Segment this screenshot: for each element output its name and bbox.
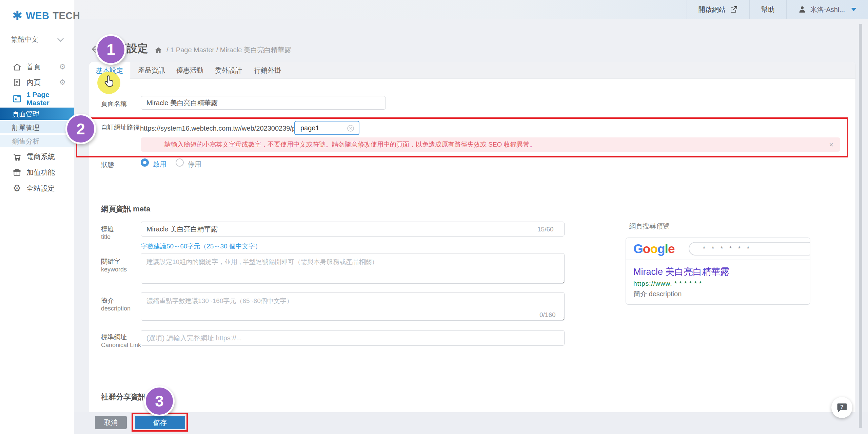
help-link[interactable]: 幫助 <box>749 0 786 19</box>
description-counter: 0/160 <box>539 311 556 319</box>
sidebar-item-addons[interactable]: 加值功能 <box>0 166 74 179</box>
help-fab-button[interactable]: ? <box>831 397 852 418</box>
radio-disabled-label[interactable]: 停用 <box>188 160 201 169</box>
meta-title-input[interactable] <box>141 222 565 237</box>
keywords-label: 關鍵字 <box>101 257 120 266</box>
breadcrumb-path: / 1 Page Master / Miracle 美白亮白精華露 <box>166 45 291 55</box>
tab-outsourced-design[interactable]: 委外設計 <box>210 62 247 79</box>
description-label: 簡介 <box>101 296 114 305</box>
sidebar-item-ecommerce[interactable]: 電商系統 <box>0 150 74 164</box>
sidebar-item-label: 首頁 <box>26 62 41 72</box>
sidebar-subitem-order-management[interactable]: 訂單管理 <box>0 120 74 133</box>
radio-enabled[interactable] <box>141 158 149 167</box>
sidebar-item-label: 全站設定 <box>26 184 55 193</box>
annotation-badge-2: 2 <box>65 114 96 144</box>
sidebar-subitem-page-management[interactable]: 頁面管理 <box>0 107 74 120</box>
sidebar-item-label: 加值功能 <box>26 168 55 177</box>
cancel-button[interactable]: 取消 <box>95 416 127 429</box>
page-name-label: 頁面名稱 <box>101 99 127 108</box>
user-menu[interactable]: 米洛-Ashl... <box>786 0 868 19</box>
home-icon <box>12 62 22 72</box>
sidebar-item-site-settings[interactable]: ⚙ 全站設定 <box>0 182 74 195</box>
gear-icon[interactable]: ⚙ <box>59 63 66 71</box>
cart-icon <box>12 152 22 162</box>
custom-path-label: 自訂網址路徑 <box>101 123 140 132</box>
language-label: 繁體中文 <box>11 35 38 44</box>
gift-icon <box>12 168 22 177</box>
language-selector[interactable]: 繁體中文 <box>11 35 63 49</box>
brand-tech: TECH <box>53 10 80 21</box>
tab-strip: 基本設定 產品資訊 優惠活動 委外設計 行銷外掛 <box>89 62 855 79</box>
open-site-label: 開啟網站 <box>698 5 726 14</box>
help-label: 幫助 <box>761 5 775 14</box>
badge-number: 1 <box>106 40 115 59</box>
tab-marketing-plugins[interactable]: 行銷外掛 <box>249 62 286 79</box>
user-name: 米洛-Ashl... <box>810 5 845 14</box>
chevron-down-icon <box>57 35 63 41</box>
page-name-input[interactable] <box>141 96 386 110</box>
sidebar-subitem-sales-analytics[interactable]: 銷售分析 <box>0 134 74 147</box>
search-result-title: Miracle 美白亮白精華露 <box>633 266 730 278</box>
annotation-badge-3: 3 <box>144 386 175 416</box>
keywords-textarea[interactable] <box>141 253 565 284</box>
seo-preview-card: Google * * * * * * Miracle 美白亮白精華露 https… <box>626 238 810 305</box>
description-textarea[interactable] <box>141 292 565 321</box>
badge-number: 2 <box>76 120 85 138</box>
search-placeholder-stars: * * * * * * <box>703 245 752 252</box>
subitem-label: 銷售分析 <box>12 137 39 145</box>
google-letter: e <box>668 242 675 256</box>
page-master-icon <box>12 94 22 103</box>
google-letter: l <box>665 242 668 256</box>
description-sublabel: description <box>101 305 131 312</box>
tab-promotions[interactable]: 優惠活動 <box>171 62 209 79</box>
title-counter: 15/60 <box>537 226 554 233</box>
canonical-input[interactable] <box>141 330 565 346</box>
title-hint: 字數建議50～60字元（25～30 個中文字） <box>141 242 261 251</box>
seo-preview-label: 網頁搜尋預覽 <box>629 222 670 231</box>
caret-down-icon <box>851 8 856 11</box>
sidebar-item-inner-pages[interactable]: 內頁 ⚙ <box>0 76 74 89</box>
clear-input-icon[interactable] <box>347 125 354 133</box>
tab-product-info[interactable]: 產品資訊 <box>133 62 170 79</box>
gear-icon[interactable]: ⚙ <box>59 79 66 86</box>
breadcrumb: / 1 Page Master / Miracle 美白亮白精華露 <box>154 45 291 55</box>
url-prefix: https://system16.webtech.com.tw/web/2023… <box>140 125 298 132</box>
sidebar-item-label: 1 Page Master <box>26 91 74 107</box>
question-mark: ? <box>840 404 844 410</box>
vertical-scrollbar[interactable] <box>859 24 862 428</box>
brand-asterisk-icon: ✱ <box>12 10 22 22</box>
search-result-url: https://www. * * * * * * <box>633 280 702 287</box>
tab-label: 行銷外掛 <box>254 66 281 75</box>
path-warning-alert: 請輸入簡短的小寫英文字母或數字，不要使用中文或符號。請勿隨意修改使用中的頁面，以… <box>141 137 840 152</box>
tab-label: 委外設計 <box>215 66 242 75</box>
radio-enabled-label[interactable]: 啟用 <box>153 160 166 169</box>
meta-section-heading: 網頁資訊 meta <box>101 204 150 214</box>
annotation-badge-1: 1 <box>96 34 126 65</box>
document-icon <box>12 78 22 87</box>
search-result-description: 簡介 description <box>633 289 682 299</box>
alert-close-icon[interactable]: × <box>829 140 833 149</box>
divider <box>626 260 810 260</box>
status-label: 狀態 <box>101 161 114 169</box>
open-site-button[interactable]: 開啟網站 <box>687 0 749 19</box>
google-letter: o <box>650 242 657 256</box>
external-link-icon <box>730 5 738 14</box>
page: 開啟網站 幫助 米洛-Ashl... ✱ WEB TECH 繁體中文 首頁 ⚙ <box>0 0 868 434</box>
sidebar-item-page-master[interactable]: 1 Page Master <box>0 92 74 106</box>
brand-web: WEB <box>26 10 49 21</box>
subitem-label: 頁面管理 <box>12 110 39 118</box>
meta-title-sublabel: title <box>101 233 111 241</box>
save-button[interactable]: 儲存 <box>135 416 185 429</box>
sidebar-item-label: 電商系統 <box>26 152 55 162</box>
sidebar-item-home[interactable]: 首頁 ⚙ <box>0 60 74 74</box>
sidebar: ✱ WEB TECH 繁體中文 首頁 ⚙ 內頁 ⚙ 1 Page <box>0 0 74 434</box>
sidebar-item-label: 內頁 <box>26 78 41 87</box>
badge-number: 3 <box>155 392 164 410</box>
google-letter: o <box>643 242 650 256</box>
subitem-label: 訂單管理 <box>12 124 39 131</box>
radio-disabled[interactable] <box>176 158 184 167</box>
footer-bar <box>74 412 868 434</box>
topbar: 開啟網站 幫助 米洛-Ashl... <box>74 0 868 19</box>
alert-text: 請輸入簡短的小寫英文字母或數字，不要使用中文或符號。請勿隨意修改使用中的頁面，以… <box>164 140 536 149</box>
content-panel: 基本設定 產品資訊 優惠活動 委外設計 行銷外掛 頁面名稱 自訂網址路徑 htt… <box>89 62 855 412</box>
